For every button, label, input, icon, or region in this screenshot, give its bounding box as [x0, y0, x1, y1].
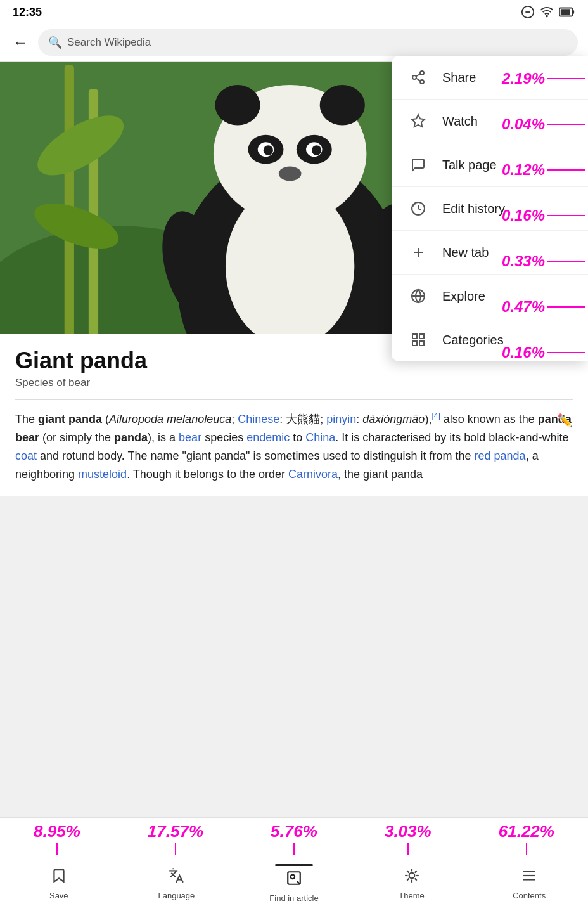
menu-label-watch: Watch	[442, 114, 478, 129]
svg-line-30	[416, 79, 421, 81]
dropdown-menu: Share Watch Talk page Edit histo	[392, 56, 588, 361]
menu-label-talk: Talk page	[442, 158, 497, 172]
search-bar[interactable]: 🔍 Search Wikipedia	[38, 29, 578, 56]
nav-label-contents: Contents	[513, 891, 546, 900]
svg-line-31	[416, 74, 421, 77]
musteloid-link[interactable]: musteloid	[78, 468, 127, 481]
minus-circle-icon	[521, 5, 535, 19]
bottom-pct-bar: 8.95% 17.57% 5.76% 3.03% 61.22%	[0, 818, 588, 858]
bear-link[interactable]: bear	[179, 431, 201, 444]
translate-icon	[168, 867, 184, 888]
coat-link[interactable]: coat	[15, 450, 37, 462]
contents-icon	[521, 867, 537, 888]
pct-tick-3	[407, 843, 409, 855]
svg-point-29	[420, 80, 424, 84]
pct-item-3: 3.03%	[385, 822, 431, 855]
search-icon: 🔍	[48, 36, 62, 49]
menu-item-watch[interactable]: Watch	[392, 100, 588, 143]
body-text: The giant panda (Ailuropoda melanoleuca;…	[15, 413, 572, 480]
article-body: ✏️ The giant panda (Ailuropoda melanoleu…	[15, 410, 573, 483]
svg-line-48	[414, 878, 416, 880]
back-button[interactable]: ←	[10, 31, 30, 54]
categories-icon	[409, 331, 427, 349]
chinese-link[interactable]: Chinese	[238, 413, 279, 425]
svg-rect-5	[561, 9, 570, 15]
svg-marker-32	[412, 115, 425, 127]
edit-history-icon	[409, 200, 427, 217]
svg-rect-4	[572, 10, 574, 14]
svg-point-43	[291, 875, 295, 879]
menu-item-talk[interactable]: Talk page	[392, 143, 588, 187]
globe-icon	[409, 287, 427, 305]
pct-tick-0	[56, 843, 58, 855]
pct-item-1: 17.57%	[148, 822, 203, 855]
nav-item-save[interactable]: Save	[0, 867, 118, 900]
menu-item-history[interactable]: Edit history	[392, 187, 588, 231]
nav-item-language[interactable]: Language	[118, 867, 236, 900]
nav-active-indicator	[275, 864, 313, 866]
status-icons	[521, 5, 575, 19]
menu-label-categories: Categories	[442, 333, 504, 347]
svg-point-16	[264, 145, 273, 155]
nav-label-language: Language	[158, 891, 195, 900]
menu-item-newtab[interactable]: New tab	[392, 231, 588, 275]
nav-item-find[interactable]: Find in article	[235, 864, 353, 903]
svg-point-28	[412, 75, 416, 79]
plus-icon	[409, 243, 427, 261]
nav-item-contents[interactable]: Contents	[470, 867, 588, 900]
svg-line-51	[407, 878, 409, 880]
pct-tick-2	[293, 843, 295, 855]
status-bar: 12:35	[0, 0, 588, 24]
svg-point-19	[215, 85, 260, 126]
pct-value-0: 8.95%	[34, 822, 80, 841]
menu-label-history: Edit history	[442, 202, 505, 216]
svg-point-27	[420, 71, 424, 75]
pct-tick-1	[175, 843, 176, 855]
article-divider	[15, 399, 573, 400]
svg-point-44	[409, 872, 414, 878]
battery-icon	[559, 5, 575, 19]
pct-value-1: 17.57%	[148, 822, 203, 841]
share-icon	[409, 68, 427, 86]
theme-icon	[404, 867, 420, 888]
china-link[interactable]: China	[305, 431, 335, 444]
menu-item-categories[interactable]: Categories	[392, 318, 588, 361]
svg-rect-39	[419, 334, 424, 339]
menu-label-newtab: New tab	[442, 245, 489, 260]
nav-label-find: Find in article	[269, 893, 318, 903]
pct-item-2: 5.76%	[271, 822, 317, 855]
find-icon	[286, 870, 302, 891]
svg-line-47	[407, 871, 409, 872]
article-subtitle: Species of bear	[15, 377, 573, 389]
svg-rect-38	[412, 334, 417, 339]
pct-item-4: 61.22%	[499, 822, 554, 855]
edit-pencil-icon[interactable]: ✏️	[557, 410, 573, 431]
pinyin-link[interactable]: pinyin	[326, 413, 356, 425]
menu-item-share[interactable]: Share	[392, 56, 588, 100]
pct-value-2: 5.76%	[271, 822, 317, 841]
endemic-link[interactable]: endemic	[246, 431, 290, 444]
chat-icon	[409, 156, 427, 174]
svg-point-20	[320, 85, 365, 126]
menu-label-explore: Explore	[442, 289, 485, 304]
red-panda-link[interactable]: red panda	[475, 450, 526, 462]
svg-rect-40	[412, 341, 417, 346]
nav-label-theme: Theme	[399, 891, 424, 900]
wifi-icon	[540, 5, 554, 19]
status-time: 12:35	[13, 6, 42, 19]
carnivora-link[interactable]: Carnivora	[288, 468, 338, 481]
pct-value-4: 61.22%	[499, 822, 554, 841]
nav-item-theme[interactable]: Theme	[353, 867, 471, 900]
star-icon	[409, 112, 427, 130]
menu-item-explore[interactable]: Explore	[392, 275, 588, 318]
svg-rect-41	[419, 341, 424, 346]
bottom-navigation: 8.95% 17.57% 5.76% 3.03% 61.22%	[0, 817, 588, 913]
pct-tick-4	[526, 843, 527, 855]
search-placeholder: Search Wikipedia	[67, 36, 151, 49]
pct-item-0: 8.95%	[34, 822, 80, 855]
menu-label-share: Share	[442, 70, 476, 85]
svg-rect-23	[65, 65, 74, 334]
svg-line-52	[414, 871, 416, 872]
pct-value-3: 3.03%	[385, 822, 431, 841]
svg-point-18	[279, 166, 302, 181]
